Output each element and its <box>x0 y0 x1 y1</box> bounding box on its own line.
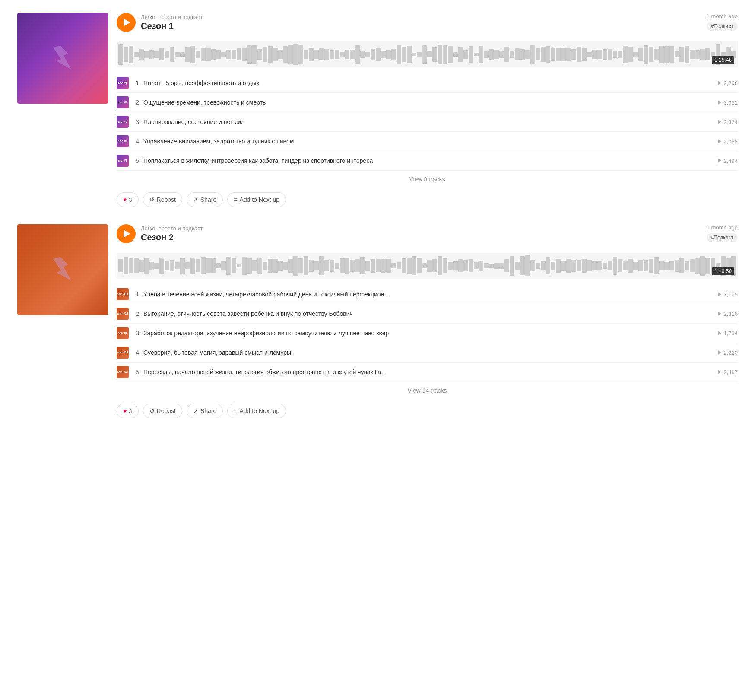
repost-button[interactable]: ↺Repost <box>143 192 182 207</box>
waveform-bar <box>494 263 499 269</box>
track-item[interactable]: апл #145Переезды, начало новой жизни, ти… <box>117 363 738 382</box>
waveform-bar <box>129 46 133 63</box>
waveform-bar <box>175 262 180 270</box>
waveform-bar <box>407 46 412 63</box>
waveform-bar <box>448 262 453 270</box>
play-count-value: 2,324 <box>723 119 738 125</box>
title-block: Легко, просто и подкастСезон 2 <box>141 225 203 242</box>
repost-icon: ↺ <box>149 407 155 414</box>
share-button[interactable]: ↗Share <box>187 192 223 207</box>
tag-badge[interactable]: #Подкаст <box>707 22 738 31</box>
waveform-bar <box>504 259 509 272</box>
waveform-bar <box>376 48 381 61</box>
play-button[interactable] <box>117 13 136 32</box>
waveform-bar <box>350 260 355 272</box>
add-to-next-up-button[interactable]: ≡Add to Next up <box>227 404 286 418</box>
card-header-left: Легко, просто и подкастСезон 1 <box>117 13 203 32</box>
waveform[interactable]: 1:19:50 <box>117 253 738 279</box>
season-title: Сезон 1 <box>141 21 203 31</box>
tag-badge[interactable]: #Подкаст <box>707 233 738 242</box>
waveform-bar <box>283 262 288 269</box>
waveform-bar <box>324 260 329 271</box>
repost-button[interactable]: ↺Repost <box>143 404 182 418</box>
waveform-bar <box>304 256 308 275</box>
play-count-value: 3,031 <box>723 99 738 106</box>
waveform-bar <box>139 49 144 60</box>
waveform-bar <box>577 260 581 271</box>
track-item[interactable]: апл #95Поплакаться в жилетку, интроверси… <box>117 151 738 171</box>
track-play-count: 2,324 <box>718 119 738 125</box>
waveform-bar <box>232 50 236 59</box>
track-item[interactable]: апл #51Пилот −5 эры, неэффективность и о… <box>117 73 738 93</box>
track-number: 2 <box>133 99 139 106</box>
waveform-bar <box>288 45 293 64</box>
repost-icon: ↺ <box>149 196 155 203</box>
waveform-bar <box>273 48 278 61</box>
track-item[interactable]: апл #111Учеба в течение всей жизни, четы… <box>117 285 738 304</box>
view-more-tracks[interactable]: View 14 tracks <box>117 382 738 399</box>
waveform-bar <box>340 52 345 57</box>
waveform-bar <box>154 263 159 268</box>
like-button[interactable]: ♥3 <box>117 192 139 207</box>
track-name: Заработок редактора, изучение нейрофизио… <box>143 330 714 337</box>
waveform-bar <box>638 260 643 272</box>
waveform-bar <box>376 259 381 273</box>
waveform-bar <box>124 257 128 274</box>
track-item[interactable]: апл #62Ощущение времени, тревожность и с… <box>117 93 738 112</box>
waveform-bar <box>541 47 546 63</box>
waveform-bar <box>597 261 602 270</box>
add-to-next-up-button[interactable]: ≡Add to Next up <box>227 192 286 207</box>
waveform-bar <box>134 52 139 57</box>
waveform-bar <box>298 258 303 273</box>
track-list: апл #51Пилот −5 эры, неэффективность и о… <box>117 73 738 188</box>
track-name: Ощущение времени, тревожность и смерть <box>143 99 714 106</box>
track-play-count: 2,316 <box>718 311 738 317</box>
waveform-bar <box>371 49 375 60</box>
waveform-bar <box>675 260 679 272</box>
waveform-bar <box>422 45 427 64</box>
view-more-tracks[interactable]: View 8 tracks <box>117 171 738 188</box>
track-play-count: 1,734 <box>718 330 738 337</box>
play-count-icon <box>718 312 721 316</box>
track-item[interactable]: апл #73Планирование, состояние и нет сил… <box>117 112 738 132</box>
podcast-card-1: Легко, просто и подкастСезон 11 month ag… <box>17 13 738 207</box>
share-button[interactable]: ↗Share <box>187 404 223 418</box>
track-name: Управление вниманием, задротство и тупня… <box>143 138 714 145</box>
waveform-bar <box>324 49 329 60</box>
play-count-icon <box>718 139 721 143</box>
waveform-bar <box>571 49 576 60</box>
track-play-count: 2,497 <box>718 369 738 375</box>
track-thumbnail: апл #14 <box>117 366 129 378</box>
like-button[interactable]: ♥3 <box>117 404 139 418</box>
waveform-bar <box>443 258 447 274</box>
track-item[interactable]: сам #83Заработок редактора, изучение ней… <box>117 324 738 343</box>
waveform-bar <box>397 45 401 64</box>
waveform-bar <box>319 48 324 60</box>
waveform-bar <box>371 259 375 272</box>
waveform-bar <box>149 262 154 270</box>
play-button[interactable] <box>117 224 136 243</box>
play-count-icon <box>718 159 721 163</box>
waveform-bar <box>659 261 664 270</box>
waveform-bar <box>458 47 463 62</box>
track-thumbnail: апл #12 <box>117 308 129 320</box>
track-play-count: 2,220 <box>718 350 738 356</box>
waveform-bar <box>458 259 463 272</box>
track-name: Поплакаться в жилетку, интроверсия как з… <box>143 157 714 164</box>
waveform-bar <box>520 49 525 60</box>
waveform-bar <box>463 260 468 271</box>
track-item[interactable]: апл #84Управление вниманием, задротство … <box>117 132 738 151</box>
waveform-bar <box>463 50 468 59</box>
waveform-bar <box>432 259 437 272</box>
waveform-bar <box>628 47 633 62</box>
podcast-card-2: Легко, просто и подкастСезон 21 month ag… <box>17 224 738 418</box>
track-item[interactable]: апл #122Выгорание, этичность совета заве… <box>117 304 738 324</box>
waveform-bar <box>154 51 159 58</box>
time-ago: 1 month ago <box>707 224 738 231</box>
waveform-bar <box>690 50 695 59</box>
track-item[interactable]: апл #134Суеверия, бытовая магия, здравый… <box>117 343 738 363</box>
track-list: апл #111Учеба в течение всей жизни, четы… <box>117 285 738 399</box>
waveform-bar <box>453 261 458 270</box>
play-count-value: 2,494 <box>723 158 738 164</box>
waveform[interactable]: 1:15:48 <box>117 41 738 67</box>
